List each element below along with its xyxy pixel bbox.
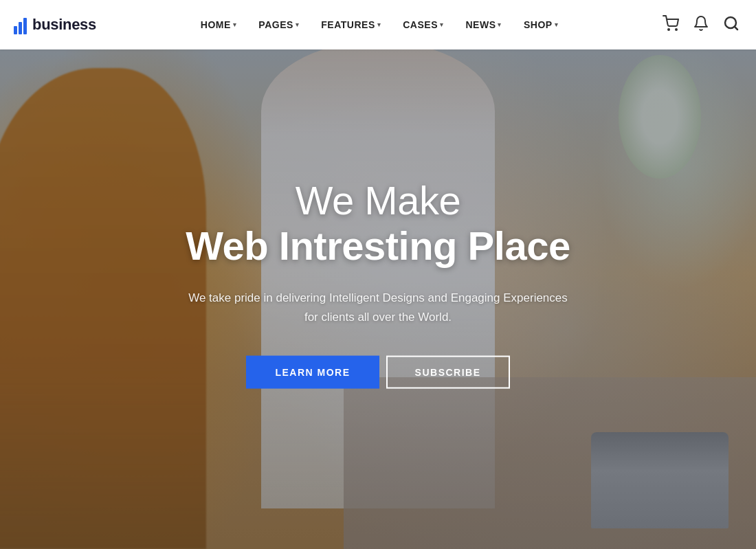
hero-title-line1: We Make bbox=[131, 177, 625, 223]
nav-item-pages[interactable]: PAGES ▾ bbox=[249, 14, 309, 36]
hero-content: We Make Web Intresting Place We take pri… bbox=[131, 177, 625, 388]
logo-bar-3 bbox=[23, 18, 27, 34]
nav-actions bbox=[663, 15, 740, 35]
nav-item-features[interactable]: FEATURES ▾ bbox=[311, 14, 390, 36]
svg-line-3 bbox=[735, 26, 737, 29]
chevron-down-icon: ▾ bbox=[440, 21, 444, 28]
chevron-down-icon: ▾ bbox=[377, 21, 381, 28]
notification-icon[interactable] bbox=[693, 15, 709, 35]
svg-point-0 bbox=[668, 29, 669, 30]
cart-icon[interactable] bbox=[663, 15, 679, 35]
chevron-down-icon: ▾ bbox=[555, 21, 559, 28]
hero-title-line2: Web Intresting Place bbox=[131, 223, 625, 269]
search-icon[interactable] bbox=[723, 15, 740, 35]
logo-bar-2 bbox=[19, 22, 22, 34]
logo-icon bbox=[14, 15, 27, 34]
chevron-down-icon: ▾ bbox=[233, 21, 237, 28]
navbar: business HOME ▾ PAGES ▾ FEATURES ▾ CASES… bbox=[0, 0, 756, 49]
hero-section: We Make Web Intresting Place We take pri… bbox=[0, 0, 756, 549]
nav-item-home[interactable]: HOME ▾ bbox=[191, 14, 247, 36]
logo-bar-1 bbox=[14, 26, 17, 34]
svg-point-1 bbox=[676, 29, 677, 30]
nav-menu: HOME ▾ PAGES ▾ FEATURES ▾ CASES ▾ NEWS ▾… bbox=[191, 14, 568, 36]
hero-subtitle: We take pride in delivering Intelligent … bbox=[131, 288, 625, 326]
nav-item-news[interactable]: NEWS ▾ bbox=[456, 14, 511, 36]
nav-item-cases[interactable]: CASES ▾ bbox=[393, 14, 453, 36]
nav-item-shop[interactable]: SHOP ▾ bbox=[514, 14, 568, 36]
chevron-down-icon: ▾ bbox=[498, 21, 502, 28]
hero-buttons: LEARN MORE SUBSCRIBE bbox=[131, 356, 625, 389]
learn-more-button[interactable]: LEARN MORE bbox=[246, 356, 379, 389]
subscribe-button[interactable]: SUBSCRIBE bbox=[386, 356, 510, 389]
chevron-down-icon: ▾ bbox=[296, 21, 300, 28]
logo-text: business bbox=[32, 16, 96, 34]
logo-area[interactable]: business bbox=[14, 15, 96, 34]
